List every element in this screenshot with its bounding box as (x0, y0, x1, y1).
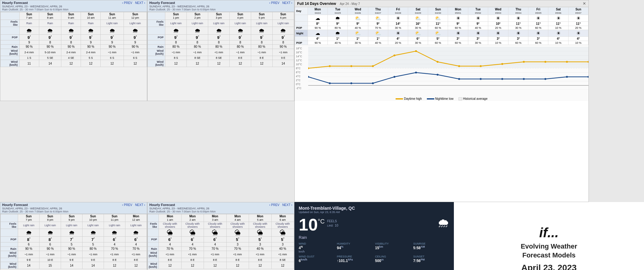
legend-nighttime: Nighttime low (427, 97, 454, 100)
current-humidity: Humidity 94% (337, 242, 374, 253)
ov-col-header: Sun05/07 (568, 7, 588, 15)
col-wind-kmh: 12 (125, 262, 147, 269)
chart-y-label: 12°C (296, 59, 302, 62)
col-rain-pct: 90 % (272, 45, 294, 49)
col-pop-val: 8 (251, 40, 273, 45)
col-temp: 5° (249, 237, 272, 242)
col-day: Mon1 am (159, 214, 182, 222)
ov-day-temp: 9° (448, 22, 468, 26)
col-temp: 9° (272, 35, 294, 40)
current-feels-block: FEELS LIKE 10 (327, 219, 338, 228)
current-pressure-label: Pressure (337, 255, 374, 258)
col-wind-kmh: 12 (204, 262, 227, 269)
svg-point-35 (501, 78, 503, 80)
hourly-next-4[interactable]: NEXT › (282, 203, 292, 207)
col-wind-kmh: 14 (61, 262, 82, 269)
hourly-header-2: Hourly Forecast ‹ PREV NEXT › SUNDAY, AP… (148, 0, 294, 12)
col-wind-mm: <1 mm (271, 251, 294, 258)
col-wind-mm: ~1 mm (272, 49, 294, 56)
hourly-subtitle-2: SUNDAY, APRIL 23 - WEDNESDAY, APRIL 26 (149, 5, 292, 8)
hourly-title-3: Hourly Forecast (2, 203, 28, 207)
col-wind-mm: <1 mm (204, 251, 227, 258)
ov-night-icon: ☀ (488, 30, 508, 37)
col-pop-val: 8 (230, 40, 251, 45)
svg-point-38 (566, 76, 568, 78)
hourly-prev-3[interactable]: ‹ PREV (122, 203, 132, 207)
ov-night-pop: 60 % (528, 41, 548, 45)
svg-point-14 (350, 65, 352, 67)
hourly-next-3[interactable]: NEXT › (135, 203, 145, 207)
ov-day-temp: 11° (568, 22, 588, 26)
ov-day-temp: 10° (488, 22, 508, 26)
ov-night-temp: 3° (488, 37, 508, 41)
col-pop-val: 8 (61, 40, 81, 45)
current-wind: Wind 4N km/h (299, 242, 335, 253)
hourly-prev-2[interactable]: ‹ PREV (269, 1, 279, 5)
current-wind-gust-value: 6km/h (299, 258, 335, 263)
col-pop-val: 3 (249, 242, 272, 247)
col-wind-mm: <1 mm (249, 251, 272, 258)
ov-col-header: Thu04/27 (368, 7, 388, 15)
ov-night-icon: ☀ (568, 30, 588, 37)
current-sunrise-label: Sunrise (413, 242, 450, 245)
overview-close-button[interactable]: ✕ (583, 1, 586, 6)
col-icon: 🌧 (230, 27, 251, 35)
col-pop-val: 3 (271, 242, 294, 247)
ov-day-icon: ☀ (568, 15, 588, 22)
hourly-title-2: Hourly Forecast (149, 1, 175, 5)
col-wind-mm: 2-4 mm (81, 49, 101, 56)
col-wind-kmh: 12 (251, 60, 273, 67)
ov-day-pop: 90 % (308, 26, 328, 30)
col-day: Sun10 pm (82, 214, 104, 222)
current-visibility-value: 15km (375, 245, 412, 250)
chart-y-label: 2°C (296, 79, 302, 82)
col-wind-mm: ~1 mm (165, 49, 187, 56)
col-pop-val: 6 (40, 242, 61, 247)
chart-y-label: 16°C (296, 51, 302, 54)
col-condition: Light rain (40, 222, 61, 229)
current-weather-icon: 🌧 (437, 216, 450, 230)
ov-day-pop: 30 % (508, 26, 528, 30)
col-rain-pct: 70 % (204, 247, 227, 251)
col-condition: Light rain (125, 222, 147, 229)
col-temp: 9° (39, 35, 61, 40)
svg-point-29 (372, 82, 374, 84)
col-rain-pct: 90 % (19, 45, 39, 49)
ov-day-icon: ⛅ (428, 15, 448, 22)
col-condition: Light rain (104, 222, 125, 229)
col-temp: 6° (159, 237, 182, 242)
col-wind-dir: 9 E (18, 258, 40, 262)
svg-point-20 (480, 65, 481, 67)
col-wind-mm: ~1 mm (18, 251, 40, 258)
ov-night-temp: 4° (548, 37, 568, 41)
col-day: Mon5 am (249, 214, 272, 222)
col-rain-pct: 70 % (125, 247, 147, 251)
ov-day-icon: ☀ (468, 15, 488, 22)
col-wind-dir: 9 E (61, 258, 82, 262)
col-condition: Light rain (101, 20, 124, 27)
col-condition: Light rain (124, 20, 147, 27)
col-pop-val: 4 (104, 242, 125, 247)
col-wind-kmh: 12 (165, 60, 187, 67)
col-wind-kmh: 14 (82, 262, 104, 269)
col-icon: 🌧 (101, 27, 124, 35)
col-day: Sun10 am (81, 12, 101, 20)
col-wind-dir: 5 SE (39, 56, 61, 60)
svg-point-30 (393, 76, 395, 78)
hourly-prev-1[interactable]: ‹ PREV (122, 1, 132, 5)
col-wind-kmh: 12 (249, 262, 272, 269)
col-condition: Cloudy with showers (271, 222, 294, 229)
ov-night-temp: 4° (308, 37, 328, 41)
svg-point-26 (308, 76, 309, 78)
current-visibility-label: Visibility (375, 242, 412, 245)
hourly-prev-4[interactable]: ‹ PREV (269, 203, 279, 207)
hourly-next-1[interactable]: NEXT › (135, 1, 145, 5)
col-day: Mon2 am (181, 214, 204, 222)
col-condition: Light rain (61, 222, 82, 229)
ov-day-icon: ⛅ (408, 15, 428, 22)
ov-day-temp: 14° (388, 22, 408, 26)
hourly-next-2[interactable]: NEXT › (282, 1, 292, 5)
ov-night-temp: 1° (368, 37, 388, 41)
col-pop-val: 5 (61, 242, 82, 247)
hourly-subtitle-1: SUNDAY, APRIL 23 - WEDNESDAY, APRIL 26 (2, 5, 145, 8)
